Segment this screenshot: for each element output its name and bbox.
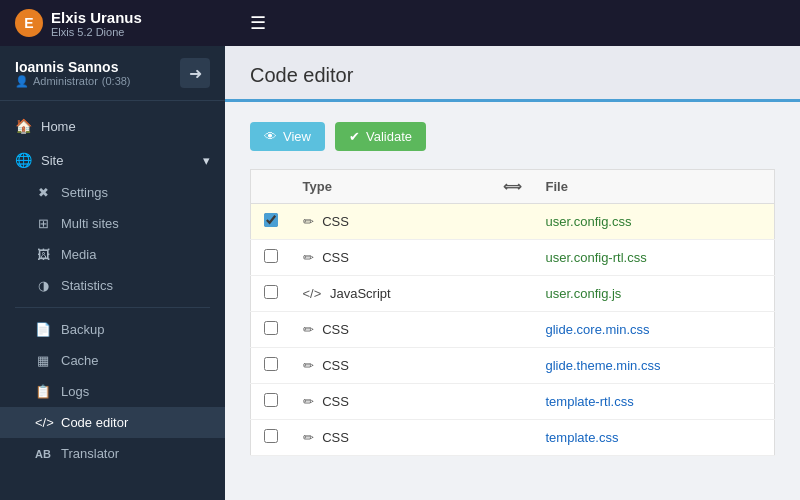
file-link[interactable]: template-rtl.css (546, 394, 634, 409)
content-area: Code editor 👁 View ✔ Validate Type (225, 46, 800, 500)
row-file[interactable]: template-rtl.css (534, 384, 775, 420)
row-file[interactable]: glide.core.min.css (534, 312, 775, 348)
file-table: Type ⟺ File ✏ CSS user.config.css ✏ CSS (250, 169, 775, 456)
sidebar-item-code-editor[interactable]: </> Code editor (0, 407, 225, 438)
view-button[interactable]: 👁 View (250, 122, 325, 151)
row-checkbox-cell[interactable] (251, 204, 291, 240)
sidebar-item-backup-label: Backup (61, 322, 104, 337)
sidebar-item-home-label: Home (41, 119, 76, 134)
file-link[interactable]: template.css (546, 430, 619, 445)
row-checkbox-cell[interactable] (251, 240, 291, 276)
sidebar-item-home[interactable]: 🏠 Home (0, 109, 225, 143)
app-logo: E Elxis Uranus Elxis 5.2 Dione (15, 9, 235, 38)
row-arrows (491, 312, 534, 348)
table-body: ✏ CSS user.config.css ✏ CSS user.config-… (251, 204, 775, 456)
sidebar-item-cache-label: Cache (61, 353, 99, 368)
sidebar-item-logs-label: Logs (61, 384, 89, 399)
col-header-file: File (534, 170, 775, 204)
file-link[interactable]: user.config.css (546, 214, 632, 229)
row-checkbox[interactable] (264, 249, 278, 263)
user-name: Ioannis Sannos (15, 59, 131, 75)
row-file[interactable]: user.config-rtl.css (534, 240, 775, 276)
user-role: 👤 Administrator (0:38) (15, 75, 131, 88)
check-icon: ✔ (349, 129, 360, 144)
row-checkbox[interactable] (264, 429, 278, 443)
table-row: ✏ CSS template-rtl.css (251, 384, 775, 420)
file-link[interactable]: user.config.js (546, 286, 622, 301)
type-label: CSS (322, 322, 349, 337)
sidebar-navigation: 🏠 Home 🌐 Site ▾ ✖ Settings ⊞ Multi sites (0, 101, 225, 477)
hamburger-menu-icon[interactable]: ☰ (250, 12, 266, 34)
logout-button[interactable]: ➜ (180, 58, 210, 88)
row-checkbox[interactable] (264, 393, 278, 407)
page-title: Code editor (250, 64, 775, 87)
row-file[interactable]: template.css (534, 420, 775, 456)
type-label: CSS (322, 358, 349, 373)
cache-icon: ▦ (35, 353, 51, 368)
row-type: ✏ CSS (291, 204, 491, 240)
col-header-arrows[interactable]: ⟺ (491, 170, 534, 204)
sidebar-item-statistics-label: Statistics (61, 278, 113, 293)
row-arrows (491, 420, 534, 456)
row-file[interactable]: user.config.css (534, 204, 775, 240)
type-icon: ✏ (303, 214, 314, 229)
row-checkbox[interactable] (264, 285, 278, 299)
row-checkbox[interactable] (264, 213, 278, 227)
type-icon: </> (303, 286, 322, 301)
sidebar-item-settings[interactable]: ✖ Settings (0, 177, 225, 208)
type-label: CSS (322, 430, 349, 445)
type-icon: ✏ (303, 394, 314, 409)
row-type: </> JavaScript (291, 276, 491, 312)
row-arrows (491, 276, 534, 312)
code-editor-icon: </> (35, 415, 51, 430)
action-bar: 👁 View ✔ Validate (250, 122, 775, 151)
site-icon: 🌐 (15, 152, 31, 168)
topbar: E Elxis Uranus Elxis 5.2 Dione ☰ (0, 0, 800, 46)
file-link[interactable]: glide.theme.min.css (546, 358, 661, 373)
row-file[interactable]: user.config.js (534, 276, 775, 312)
row-arrows (491, 348, 534, 384)
table-row: ✏ CSS glide.core.min.css (251, 312, 775, 348)
row-checkbox-cell[interactable] (251, 348, 291, 384)
row-checkbox[interactable] (264, 357, 278, 371)
type-icon: ✏ (303, 358, 314, 373)
user-info: Ioannis Sannos 👤 Administrator (0:38) (15, 59, 131, 88)
type-icon: ✏ (303, 250, 314, 265)
sidebar-item-settings-label: Settings (61, 185, 108, 200)
site-left: 🌐 Site (15, 152, 63, 168)
type-label: CSS (322, 214, 349, 229)
logo-icon: E (15, 9, 43, 37)
multi-sites-icon: ⊞ (35, 216, 51, 231)
table-row: ✏ CSS template.css (251, 420, 775, 456)
row-checkbox-cell[interactable] (251, 312, 291, 348)
sidebar-item-translator[interactable]: AB Translator (0, 438, 225, 469)
row-file[interactable]: glide.theme.min.css (534, 348, 775, 384)
table-header: Type ⟺ File (251, 170, 775, 204)
file-link[interactable]: glide.core.min.css (546, 322, 650, 337)
content-body: 👁 View ✔ Validate Type ⟺ File (225, 102, 800, 476)
row-checkbox-cell[interactable] (251, 420, 291, 456)
sidebar-item-media[interactable]: 🖼 Media (0, 239, 225, 270)
row-arrows (491, 240, 534, 276)
sidebar-item-cache[interactable]: ▦ Cache (0, 345, 225, 376)
sidebar-item-multi-sites[interactable]: ⊞ Multi sites (0, 208, 225, 239)
row-checkbox-cell[interactable] (251, 384, 291, 420)
row-checkbox-cell[interactable] (251, 276, 291, 312)
sidebar-item-backup[interactable]: 📄 Backup (0, 314, 225, 345)
row-checkbox[interactable] (264, 321, 278, 335)
row-arrows (491, 204, 534, 240)
sidebar-user: Ioannis Sannos 👤 Administrator (0:38) ➜ (0, 46, 225, 101)
sidebar-item-statistics[interactable]: ◑ Statistics (0, 270, 225, 301)
sidebar-item-logs[interactable]: 📋 Logs (0, 376, 225, 407)
table-row: ✏ CSS user.config.css (251, 204, 775, 240)
file-link[interactable]: user.config-rtl.css (546, 250, 647, 265)
logo-text: Elxis Uranus Elxis 5.2 Dione (51, 9, 142, 38)
row-type: ✏ CSS (291, 312, 491, 348)
row-type: ✏ CSS (291, 240, 491, 276)
home-icon: 🏠 (15, 118, 31, 134)
validate-button[interactable]: ✔ Validate (335, 122, 426, 151)
sidebar-item-site[interactable]: 🌐 Site ▾ (0, 143, 225, 177)
sidebar-item-multi-sites-label: Multi sites (61, 216, 119, 231)
logs-icon: 📋 (35, 384, 51, 399)
backup-icon: 📄 (35, 322, 51, 337)
